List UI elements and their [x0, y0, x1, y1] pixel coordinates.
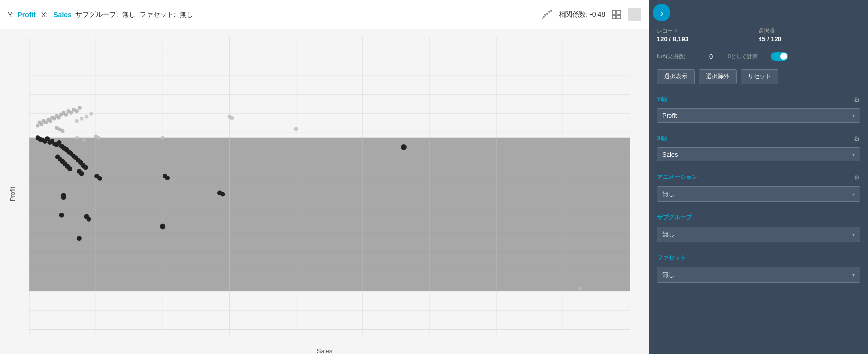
svg-point-83: [78, 106, 82, 110]
nav-arrow-button[interactable]: ›: [653, 4, 670, 21]
subgroup-dropdown[interactable]: 無し ▾: [657, 227, 860, 242]
svg-point-90: [89, 112, 93, 116]
y-value: Profit: [18, 11, 36, 18]
y-dropdown-label: Profit: [662, 112, 677, 119]
subgroup-section-header: サブグループ: [649, 208, 868, 225]
svg-point-97: [230, 116, 234, 120]
svg-point-86: [61, 129, 65, 133]
y-section-header: Y軸 ⚙: [649, 89, 868, 106]
show-selection-button[interactable]: 選択表示: [657, 69, 695, 84]
svg-point-95: [161, 136, 164, 140]
record-value: 120 / 8,193: [657, 35, 759, 43]
svg-rect-10: [29, 37, 630, 138]
animation-section-header: アニメーション ⚙: [649, 167, 868, 184]
svg-point-65: [36, 124, 40, 127]
svg-point-78: [64, 113, 68, 117]
na-row: N/A(欠損数) 0 0として計算: [649, 49, 868, 64]
subgroup-label: サブグループ:: [75, 10, 118, 19]
svg-rect-7: [617, 10, 621, 14]
svg-point-134: [165, 176, 170, 180]
svg-point-3: [546, 13, 548, 15]
y-dropdown-row: Profit ▾: [649, 106, 868, 128]
panel-content: レコード 120 / 8,193 選択済 45 / 120 N/A(欠損数) 0…: [649, 21, 868, 354]
y-gear-icon[interactable]: ⚙: [854, 96, 860, 104]
svg-point-141: [77, 236, 82, 241]
y-dropdown-arrow: ▾: [852, 113, 855, 118]
x-section-header: X軸 ⚙: [649, 128, 868, 145]
nav-arrow-icon: ›: [660, 8, 664, 18]
svg-point-92: [82, 138, 86, 142]
svg-point-94: [96, 136, 100, 140]
svg-point-1: [543, 16, 545, 18]
correlation-area: 相関係数: -0.48: [539, 7, 641, 22]
facet-value: 無し: [180, 10, 193, 19]
y-label: Y:: [8, 11, 14, 18]
main-area: Y: Profit X: Sales サブグループ: 無し ファセット: 無し …: [0, 0, 649, 354]
reset-button[interactable]: リセット: [741, 69, 778, 84]
chart-svg-wrapper: 800 600 400 200 0 -200 -400 -600 -800 -1…: [29, 37, 639, 334]
toolbar: Y: Profit X: Sales サブグループ: 無し ファセット: 無し …: [0, 0, 649, 29]
x-dropdown[interactable]: Sales ▾: [657, 147, 860, 161]
svg-point-99: [578, 287, 582, 291]
animation-section-title: アニメーション: [657, 173, 698, 181]
svg-point-98: [294, 127, 298, 131]
subgroup-dropdown-row: 無し ▾: [649, 225, 868, 248]
na-calc-label: 0として計算: [728, 53, 767, 60]
svg-point-120: [83, 165, 88, 170]
svg-point-132: [97, 176, 102, 181]
svg-point-89: [85, 115, 89, 119]
svg-point-91: [75, 136, 79, 140]
animation-dropdown-arrow: ▾: [852, 192, 855, 197]
svg-rect-8: [612, 15, 616, 19]
exclude-selection-button[interactable]: 選択除外: [699, 69, 737, 84]
facet-label: ファセット:: [140, 10, 176, 19]
svg-point-4: [548, 11, 550, 13]
facet-section-header: ファセット: [649, 248, 868, 265]
na-toggle[interactable]: [771, 52, 788, 61]
record-stat: レコード 120 / 8,193: [657, 27, 759, 43]
correlation-icon: [539, 7, 555, 22]
svg-point-140: [59, 213, 64, 218]
x-label: X:: [41, 11, 48, 18]
svg-point-5: [550, 10, 552, 12]
svg-point-126: [67, 166, 72, 171]
na-value: 0: [709, 53, 724, 60]
svg-point-88: [80, 117, 84, 121]
y-axis-label: Profit: [9, 187, 16, 201]
x-dropdown-row: Sales ▾: [649, 145, 868, 167]
chart-svg[interactable]: 800 600 400 200 0 -200 -400 -600 -800 -1…: [29, 37, 639, 334]
svg-rect-9: [617, 15, 621, 19]
x-dropdown-label: Sales: [662, 151, 678, 158]
selected-stat: 選択済 45 / 120: [759, 27, 860, 43]
na-label: N/A(欠損数): [657, 53, 705, 60]
x-axis-label: Sales: [317, 347, 333, 354]
facet-section-title: ファセット: [657, 254, 686, 262]
svg-point-80: [69, 111, 73, 115]
x-value: Sales: [54, 11, 72, 18]
subgroup-value: 無し: [122, 10, 136, 19]
y-dropdown[interactable]: Profit ▾: [657, 108, 860, 123]
right-panel: › レコード 120 / 8,193 選択済 45 / 120 N/A(欠損数)…: [649, 0, 868, 354]
color-swatch[interactable]: [628, 8, 641, 21]
svg-point-0: [542, 18, 543, 19]
animation-dropdown-label: 無し: [662, 190, 675, 198]
svg-point-130: [61, 195, 66, 200]
subgroup-section-title: サブグループ: [657, 213, 692, 222]
svg-point-2: [544, 14, 546, 16]
subgroup-dropdown-arrow: ▾: [852, 232, 855, 237]
svg-rect-6: [612, 10, 616, 14]
grid-toggle-button[interactable]: [609, 7, 624, 22]
animation-dropdown[interactable]: 無し ▾: [657, 186, 860, 202]
svg-point-87: [75, 119, 79, 123]
animation-gear-icon[interactable]: ⚙: [854, 174, 860, 181]
facet-dropdown[interactable]: 無し ▾: [657, 267, 860, 283]
facet-dropdown-label: 無し: [662, 270, 675, 279]
action-buttons: 選択表示 選択除外 リセット: [649, 64, 868, 89]
x-section-title: X軸: [657, 134, 667, 142]
x-gear-icon[interactable]: ⚙: [854, 135, 860, 142]
svg-point-128: [79, 171, 84, 176]
svg-point-71: [48, 119, 52, 123]
svg-point-136: [220, 192, 225, 197]
svg-point-82: [75, 109, 79, 113]
facet-dropdown-row: 無し ▾: [649, 265, 868, 288]
